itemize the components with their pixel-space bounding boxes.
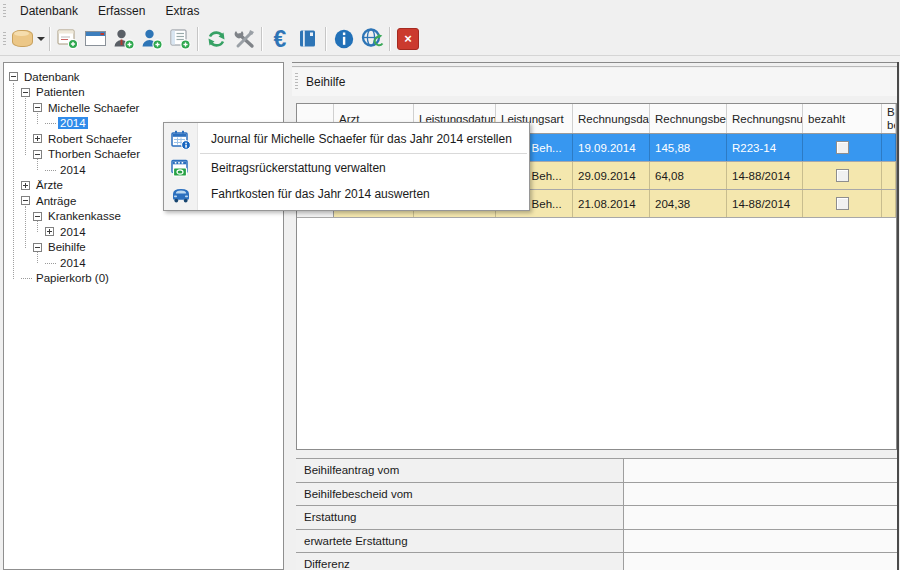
tree-item-michelle-schaefer[interactable]: Michelle Schaefer bbox=[4, 100, 283, 116]
beihilfe-beantragt-cell bbox=[882, 190, 896, 217]
form-plus-icon bbox=[56, 28, 80, 50]
column-header-rechnungsbetrag[interactable]: Rechnungsbet bbox=[650, 104, 727, 133]
panel-right-border bbox=[897, 62, 899, 570]
info-button[interactable] bbox=[330, 25, 358, 53]
bezahlt-checkbox[interactable] bbox=[836, 169, 849, 182]
menu-erfassen[interactable]: Erfassen bbox=[88, 2, 155, 20]
rechnungsbetrag-cell: 64,08 bbox=[650, 162, 727, 189]
toolbar-separator bbox=[261, 27, 263, 51]
details-value[interactable] bbox=[624, 506, 897, 529]
dropdown-caret-icon bbox=[37, 37, 45, 41]
journal-button[interactable] bbox=[294, 25, 322, 53]
column-header-beihilfe-beantragt[interactable]: Be be bbox=[882, 104, 896, 133]
rechnungsbetrag-cell: 145,88 bbox=[650, 134, 727, 161]
expand-icon[interactable] bbox=[45, 227, 54, 236]
details-label: erwartete Erstattung bbox=[296, 530, 624, 553]
toolbar-grip[interactable] bbox=[3, 32, 6, 46]
collapse-icon[interactable] bbox=[21, 196, 30, 205]
details-row: Beihilfeantrag vom bbox=[296, 459, 897, 483]
tree-item-2014-krankenkasse[interactable]: 2014 bbox=[4, 224, 283, 240]
menu-item-journal-erstellen[interactable]: Journal für Michelle Schaefer für das Ja… bbox=[164, 126, 529, 152]
rechnungsnummer-cell: R223-14 bbox=[727, 134, 803, 161]
menu-item-fahrtkosten[interactable]: Fahrtkosten für das Jahr 2014 auswerten bbox=[164, 181, 529, 207]
tree-item-datenbank[interactable]: Datenbank bbox=[4, 69, 283, 85]
toolbar-separator bbox=[197, 27, 199, 51]
bezahlt-cell bbox=[803, 134, 882, 161]
bezahlt-cell bbox=[803, 162, 882, 189]
patient-plus-icon bbox=[140, 28, 164, 50]
new-patient-button[interactable] bbox=[138, 25, 166, 53]
menu-separator bbox=[200, 153, 527, 154]
tree-connector bbox=[45, 122, 56, 124]
book-icon bbox=[297, 28, 319, 50]
column-header-bezahlt[interactable]: bezahlt bbox=[803, 104, 882, 133]
context-menu: Journal für Michelle Schaefer für das Ja… bbox=[163, 122, 530, 211]
info-icon bbox=[333, 28, 355, 50]
details-row: Beihilfebescheid vom bbox=[296, 483, 897, 507]
details-row: Erstattung bbox=[296, 506, 897, 530]
menu-datenbank[interactable]: Datenbank bbox=[10, 2, 88, 20]
beihilfe-beantragt-cell bbox=[882, 162, 896, 189]
new-list-entry-button[interactable] bbox=[166, 25, 194, 53]
database-button[interactable] bbox=[10, 25, 46, 53]
panel-caption: Beihilfe bbox=[292, 68, 897, 96]
car-icon bbox=[170, 185, 192, 204]
collapse-icon[interactable] bbox=[33, 103, 42, 112]
collapse-icon[interactable] bbox=[33, 243, 42, 252]
menu-extras[interactable]: Extras bbox=[155, 2, 209, 20]
menu-item-beitragsrueckerstattung[interactable]: Beitragsrückerstattung verwalten bbox=[164, 155, 529, 181]
doctor-plus-icon bbox=[112, 28, 136, 50]
rechnungsdatum-cell: 19.09.2014 bbox=[573, 134, 650, 161]
euro-button[interactable]: € bbox=[266, 25, 294, 53]
collapse-icon[interactable] bbox=[33, 212, 42, 221]
collapse-icon[interactable] bbox=[21, 88, 30, 97]
panel-title: Beihilfe bbox=[306, 75, 345, 89]
tree-connector bbox=[21, 277, 32, 279]
expand-icon[interactable] bbox=[33, 134, 42, 143]
tools-icon bbox=[232, 27, 257, 51]
caption-grip[interactable] bbox=[295, 73, 298, 91]
tree-item-2014-beihilfe[interactable]: 2014 bbox=[4, 255, 283, 271]
column-header-rechnungsdatum[interactable]: Rechnungsdat bbox=[573, 104, 650, 133]
details-label: Beihilfeantrag vom bbox=[296, 459, 624, 482]
details-label: Erstattung bbox=[296, 506, 624, 529]
menubar: Datenbank Erfassen Extras bbox=[0, 0, 900, 22]
tree-item-beihilfe[interactable]: Beihilfe bbox=[4, 240, 283, 256]
refresh-button[interactable] bbox=[202, 25, 230, 53]
details-row: erwartete Erstattung bbox=[296, 530, 897, 554]
toolbar-separator bbox=[49, 27, 51, 51]
tree-item-papierkorb[interactable]: Papierkorb (0) bbox=[4, 271, 283, 287]
new-window-button[interactable] bbox=[82, 25, 110, 53]
details-value[interactable] bbox=[624, 530, 897, 553]
panel-top-border bbox=[292, 62, 898, 63]
expand-icon[interactable] bbox=[21, 181, 30, 190]
beihilfe-beantragt-cell bbox=[882, 134, 896, 161]
details-value[interactable] bbox=[624, 553, 897, 570]
close-x-icon: × bbox=[397, 28, 419, 50]
exit-button[interactable]: × bbox=[394, 25, 422, 53]
details-label: Beihilfebescheid vom bbox=[296, 483, 624, 506]
menubar-grip[interactable] bbox=[3, 4, 6, 18]
details-grid: Beihilfeantrag vom Beihilfebescheid vom … bbox=[296, 458, 897, 570]
new-doctor-button[interactable] bbox=[110, 25, 138, 53]
rechnungsnummer-cell: 14-88/2014 bbox=[727, 162, 803, 189]
toolbar: € bbox=[0, 22, 900, 56]
rechnungsbetrag-cell: 204,38 bbox=[650, 190, 727, 217]
column-header-rechnungsnummer[interactable]: Rechnungsnur bbox=[727, 104, 803, 133]
details-value[interactable] bbox=[624, 459, 897, 482]
details-label: Differenz bbox=[296, 553, 624, 570]
collapse-icon[interactable] bbox=[33, 150, 42, 159]
application-window: Datenbank Erfassen Extras bbox=[0, 0, 900, 570]
bezahlt-cell bbox=[803, 190, 882, 217]
collapse-icon[interactable] bbox=[9, 72, 18, 81]
details-value[interactable] bbox=[624, 483, 897, 506]
new-form-button[interactable] bbox=[54, 25, 82, 53]
web-update-button[interactable] bbox=[358, 25, 386, 53]
bezahlt-checkbox[interactable] bbox=[836, 141, 849, 154]
tree-connector bbox=[45, 262, 56, 264]
rechnungsnummer-cell: 14-88/2014 bbox=[727, 190, 803, 217]
panel-top-border bbox=[292, 66, 898, 67]
tree-item-patienten[interactable]: Patienten bbox=[4, 85, 283, 101]
bezahlt-checkbox[interactable] bbox=[836, 197, 849, 210]
settings-button[interactable] bbox=[230, 25, 258, 53]
